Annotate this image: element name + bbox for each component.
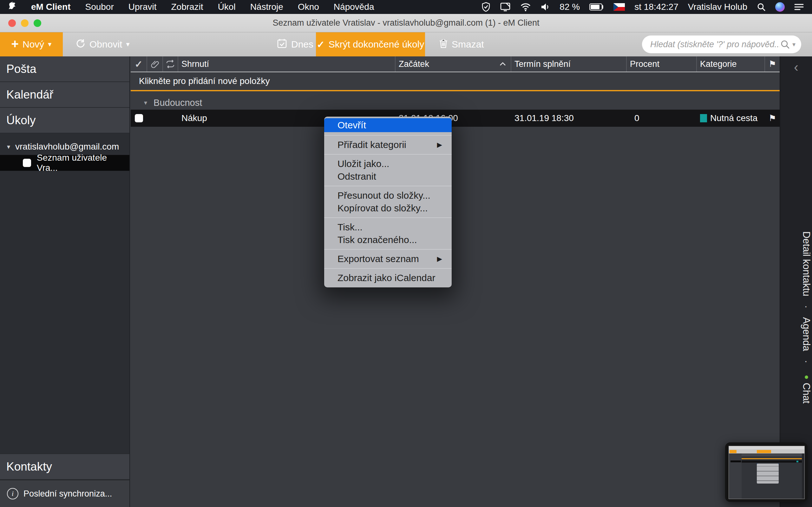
task-checkbox[interactable] (135, 114, 143, 122)
task-category: Nutná cesta (697, 110, 765, 127)
submenu-arrow-icon: ▶ (437, 255, 442, 263)
paperclip-icon (151, 59, 159, 69)
context-menu-item-assign-category[interactable]: Přiřadit kategorii ▶ (324, 138, 452, 151)
calendar-check-icon (276, 38, 287, 51)
sidebar-item-tasks[interactable]: Úkoly (0, 108, 130, 133)
sort-ascending-icon (499, 62, 506, 66)
add-new-item-row[interactable]: Klikněte pro přidání nové položky (131, 72, 780, 91)
submenu-arrow-icon: ▶ (437, 141, 442, 149)
category-color-chip (700, 114, 707, 122)
battery-icon (589, 3, 604, 11)
display-icon[interactable] (500, 2, 511, 12)
caret-down-icon: ▾ (126, 40, 130, 49)
system-menubar: eM Client Soubor Upravit Zobrazit Úkol N… (0, 0, 812, 14)
wifi-icon[interactable] (520, 3, 531, 11)
rail-tab-agenda[interactable]: Agenda (780, 317, 812, 351)
keyboard-layout-flag-icon[interactable] (613, 3, 625, 11)
sidebar-item-calendar[interactable]: Kalendář (0, 82, 130, 108)
delete-button[interactable]: Smazat (439, 32, 484, 56)
minimize-window-button[interactable] (21, 19, 29, 27)
repeat-icon (165, 60, 175, 68)
menubar-item-upravit[interactable]: Upravit (129, 2, 157, 12)
context-menu-item-print-selected[interactable]: Tisk označeného... (324, 233, 452, 246)
task-due: 31.01.19 18:30 (511, 110, 627, 127)
context-menu-item-export-list[interactable]: Exportovat seznam ▶ (324, 252, 452, 265)
triangle-down-icon[interactable]: ▾ (7, 143, 10, 151)
battery-percent-label: 82 % (560, 2, 580, 12)
context-menu-item-save-as[interactable]: Uložit jako... (324, 158, 452, 170)
column-header-due[interactable]: Termín splnění (511, 56, 627, 72)
right-rail: ‹ Detail kontaktu · Agenda · ●Chat (780, 56, 812, 507)
volume-icon[interactable] (541, 3, 550, 11)
column-header-percent[interactable]: Procent (627, 56, 697, 72)
today-button[interactable]: Dnes (276, 32, 313, 56)
column-header-summary[interactable]: Shrnutí (178, 56, 396, 72)
menubar-app-name[interactable]: eM Client (31, 2, 70, 12)
spotlight-search-icon[interactable] (757, 3, 766, 11)
menubar-item-zobrazit[interactable]: Zobrazit (171, 2, 203, 12)
menubar-user[interactable]: Vratislav Holub (688, 2, 747, 12)
info-icon: i (7, 488, 18, 499)
column-header-recurrence[interactable] (163, 56, 178, 72)
context-menu-item-copy-to-folder[interactable]: Kopírovat do složky... (324, 202, 452, 215)
rail-tab-chat[interactable]: ●Chat (780, 372, 812, 403)
menubar-item-napoveda[interactable]: Nápověda (334, 2, 374, 12)
column-header-flag[interactable]: ⚑ (765, 56, 780, 72)
menu-separator (324, 154, 452, 155)
hide-completed-tasks-button[interactable]: ✓ Skrýt dokončené úkoly (316, 32, 425, 56)
rail-separator-dot: · (780, 360, 812, 363)
context-menu-item-open[interactable]: Otevřít (324, 118, 452, 132)
screen: eM Client Soubor Upravit Zobrazit Úkol N… (0, 0, 812, 507)
window-titlebar: Seznam uživatele Vratislav - vratislavho… (0, 14, 812, 32)
context-menu-item-print[interactable]: Tisk... (324, 221, 452, 233)
context-menu-item-remove[interactable]: Odstranit (324, 170, 452, 183)
apple-menu-icon[interactable] (8, 1, 16, 13)
task-row[interactable]: Nákup 31.01.19 16:00 31.01.19 18:30 0 Nu… (131, 110, 780, 127)
new-task-button[interactable]: + Nový ▾ (0, 32, 63, 56)
search-input[interactable] (650, 39, 780, 50)
search-field[interactable]: ▾ (642, 36, 801, 53)
column-header-attachment[interactable] (147, 56, 163, 72)
context-menu-item-move-to-folder[interactable]: Přesunout do složky... (324, 189, 452, 202)
context-menu: Otevřít Přiřadit kategorii ▶ Uložit jako… (324, 117, 452, 287)
refresh-button[interactable]: Obnovit ▾ (75, 32, 130, 56)
notification-center-icon[interactable] (794, 3, 804, 11)
context-menu-item-show-as-icalendar[interactable]: Zobrazit jako iCalendar (324, 272, 452, 284)
siri-icon[interactable] (775, 2, 785, 12)
menubar-clock[interactable]: st 18:42:27 (635, 2, 678, 12)
sidebar-folder-task-list[interactable]: Seznam uživatele Vra... (0, 155, 130, 171)
screenshot-thumbnail[interactable] (725, 442, 808, 502)
column-header-start[interactable]: Začátek (396, 56, 511, 72)
chat-online-dot-icon: ● (802, 372, 811, 381)
rail-tab-contact-detail[interactable]: Detail kontaktu (780, 231, 812, 296)
menubar-item-okno[interactable]: Okno (298, 2, 319, 12)
check-icon: ✓ (317, 39, 325, 50)
close-window-button[interactable] (8, 19, 16, 27)
column-header-category[interactable]: Kategorie (697, 56, 765, 72)
trash-icon (439, 38, 448, 51)
triangle-down-icon: ▾ (144, 99, 147, 107)
search-scope-caret-icon[interactable]: ▾ (792, 41, 796, 48)
menu-separator (324, 135, 452, 135)
folder-checkbox[interactable] (23, 159, 31, 167)
task-percent: 0 (627, 110, 697, 127)
menubar-item-nastroje[interactable]: Nástroje (250, 2, 283, 12)
sync-status[interactable]: i Poslední synchroniza... (0, 480, 130, 507)
window-title: Seznam uživatele Vratislav - vratislavho… (272, 18, 539, 28)
collapse-panel-chevron-icon[interactable]: ‹ (780, 60, 812, 75)
refresh-icon (75, 38, 86, 51)
sidebar-item-contacts[interactable]: Kontakty (0, 453, 130, 480)
menu-separator (324, 249, 452, 250)
shield-check-icon[interactable] (481, 2, 490, 12)
zoom-window-button[interactable] (34, 19, 41, 27)
menubar-item-soubor[interactable]: Soubor (85, 2, 113, 12)
plus-icon: + (11, 38, 19, 50)
group-header-future[interactable]: ▾ Budoucnost (131, 96, 780, 110)
menubar-item-ukol[interactable]: Úkol (218, 2, 236, 12)
column-header-complete[interactable]: ✓ (131, 56, 147, 72)
menu-separator (324, 268, 452, 269)
menu-separator (324, 186, 452, 186)
sidebar-item-mail[interactable]: Pošta (0, 56, 130, 82)
flag-icon[interactable]: ⚑ (768, 113, 776, 123)
check-icon: ✓ (135, 59, 142, 70)
